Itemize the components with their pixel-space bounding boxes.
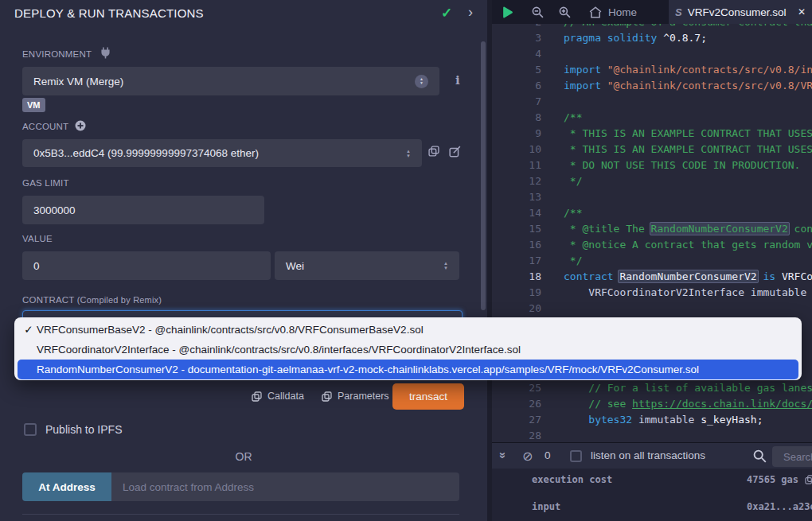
code-line: 19 VRFCoordinatorV2Interface immutable C… bbox=[492, 285, 812, 301]
zoom-out-icon[interactable] bbox=[532, 6, 544, 18]
contract-option-label: VRFConsumerBaseV2 - @chainlink/contracts… bbox=[37, 324, 424, 336]
account-select[interactable]: 0x5B3...eddC4 (99.99999999997374068 ethe… bbox=[22, 139, 422, 167]
calldata-label: Calldata bbox=[267, 391, 304, 402]
copy-icon bbox=[252, 391, 262, 402]
copy-icon[interactable] bbox=[805, 475, 812, 484]
contract-dropdown: ✓VRFConsumerBaseV2 - @chainlink/contract… bbox=[14, 317, 802, 380]
line-number: 16 bbox=[492, 237, 541, 253]
add-account-icon[interactable] bbox=[75, 120, 86, 131]
deploy-run-panel: DEPLOY & RUN TRANSACTIONS ✓ › ENVIRONMEN… bbox=[0, 0, 487, 521]
panel-title: DEPLOY & RUN TRANSACTIONS bbox=[14, 6, 204, 20]
code-text: /** bbox=[564, 110, 582, 126]
account-label: ACCOUNT bbox=[22, 122, 68, 131]
code-text: import "@chainlink/contracts/src/v0.8/in… bbox=[564, 62, 812, 78]
at-address-button[interactable]: At Address bbox=[22, 472, 111, 501]
listen-transactions-checkbox[interactable] bbox=[570, 450, 582, 462]
code-text: * @notice A contract that gets random va… bbox=[564, 237, 812, 253]
code-text: import "@chainlink/contracts/src/v0.8/VR… bbox=[564, 78, 812, 94]
code-line: 18contract RandomNumberConsumerV2 is VRF… bbox=[492, 269, 812, 285]
transact-button[interactable]: transact bbox=[392, 383, 464, 410]
line-number: 18 bbox=[492, 269, 541, 285]
at-address-input[interactable] bbox=[111, 472, 459, 501]
code-line: 12 */ bbox=[492, 173, 812, 189]
code-text: * THIS IS AN EXAMPLE CONTRACT THAT USES … bbox=[564, 126, 812, 142]
terminal-row-label: execution cost bbox=[532, 474, 612, 485]
close-tab-icon[interactable]: ✕ bbox=[798, 6, 806, 17]
code-text: /** bbox=[564, 205, 582, 221]
line-number: 13 bbox=[492, 189, 541, 205]
edit-account-icon[interactable] bbox=[449, 146, 461, 157]
tab-home[interactable]: Home bbox=[589, 0, 637, 24]
code-line: 6import "@chainlink/contracts/src/v0.8/V… bbox=[492, 78, 812, 94]
home-icon bbox=[589, 6, 602, 18]
line-number: 26 bbox=[492, 396, 541, 412]
code-text: * DO NOT USE THIS CODE IN PRODUCTION. bbox=[564, 157, 800, 173]
line-number: 15 bbox=[492, 221, 541, 237]
copy-account-icon[interactable] bbox=[428, 146, 439, 157]
terminal-search-input[interactable] bbox=[772, 446, 812, 467]
chevron-updown-icon: ▲▼ bbox=[406, 149, 411, 158]
code-line: 7 bbox=[492, 94, 812, 110]
chevron-updown-icon: ▲▼ bbox=[443, 261, 448, 270]
panel-scrollbar[interactable] bbox=[481, 41, 486, 310]
code-line: 10 * THIS IS AN EXAMPLE CONTRACT THAT US… bbox=[492, 142, 812, 157]
code-line: 20 bbox=[492, 301, 812, 317]
listen-transactions-label: listen on all transactions bbox=[591, 449, 705, 461]
run-script-button[interactable] bbox=[502, 6, 513, 18]
line-number: 27 bbox=[492, 412, 541, 428]
value-label: VALUE bbox=[22, 234, 53, 243]
line-number: 9 bbox=[492, 126, 541, 142]
contract-option-label: RandomNumberConsumerV2 - documentation-g… bbox=[37, 364, 699, 375]
code-line: 26 // see https://docs.chain.link/docs/v… bbox=[492, 396, 812, 412]
terminal-row-label: input bbox=[532, 501, 560, 512]
publish-ipfs-checkbox[interactable] bbox=[24, 423, 37, 436]
line-number: 3 bbox=[492, 30, 541, 46]
tab-active-label: VRFv2Consumer.sol bbox=[688, 6, 787, 18]
solidity-icon: S bbox=[675, 6, 682, 18]
code-line: 28 bbox=[492, 428, 812, 442]
tab-home-label: Home bbox=[608, 6, 637, 18]
chevron-updown-icon: ▲▼ bbox=[415, 75, 428, 88]
code-line: 14/** bbox=[492, 205, 812, 221]
contract-label: CONTRACT (Compiled by Remix) bbox=[22, 295, 162, 305]
value-unit-select[interactable]: Wei ▲▼ bbox=[275, 251, 459, 280]
tab-vrfv2consumer[interactable]: S VRFv2Consumer.sol ✕ bbox=[669, 0, 812, 24]
expand-terminal-icon[interactable]: » bbox=[497, 452, 510, 458]
line-number: 28 bbox=[492, 428, 541, 442]
code-text: // For a list of available gas lanes on … bbox=[564, 380, 812, 396]
value-input[interactable] bbox=[22, 251, 271, 280]
collapse-panel-icon[interactable]: › bbox=[468, 4, 473, 21]
environment-select[interactable]: Remix VM (Merge) ▲▼ bbox=[22, 67, 439, 95]
line-number: 4 bbox=[492, 46, 541, 62]
clear-console-icon[interactable]: ⊘ bbox=[522, 449, 533, 464]
contract-option[interactable]: RandomNumberConsumerV2 - documentation-g… bbox=[18, 360, 798, 379]
contract-option[interactable]: VRFCoordinatorV2Interface - @chainlink/c… bbox=[14, 340, 802, 360]
line-number: 11 bbox=[492, 157, 541, 173]
pending-tx-count: 0 bbox=[545, 449, 551, 461]
gas-limit-label: GAS LIMIT bbox=[22, 178, 69, 188]
parameters-label: Parameters bbox=[338, 391, 389, 402]
contract-option[interactable]: ✓VRFConsumerBaseV2 - @chainlink/contract… bbox=[14, 320, 802, 340]
info-icon[interactable]: i bbox=[455, 73, 460, 87]
code-line: 9 * THIS IS AN EXAMPLE CONTRACT THAT USE… bbox=[492, 126, 812, 142]
line-number: 12 bbox=[492, 173, 541, 189]
code-line: 16 * @notice A contract that gets random… bbox=[492, 237, 812, 253]
code-text: * @title The RandomNumberConsumerV2 cont… bbox=[564, 221, 812, 237]
parameters-action[interactable]: Parameters bbox=[322, 391, 389, 402]
code-text: bytes32 immutable s_keyHash; bbox=[564, 412, 763, 428]
copy-icon bbox=[322, 391, 332, 402]
code-line: 15 * @title The RandomNumberConsumerV2 c… bbox=[492, 221, 812, 237]
code-text: */ bbox=[564, 253, 582, 269]
terminal-content: execution cost47565 gasinput0xa21...a23e… bbox=[492, 469, 812, 521]
code-line: 13 bbox=[492, 189, 812, 205]
calldata-action[interactable]: Calldata bbox=[252, 391, 304, 402]
value-unit-selected: Wei bbox=[286, 260, 304, 272]
contract-label-suffix: (Compiled by Remix) bbox=[77, 295, 162, 305]
divider bbox=[22, 514, 459, 515]
zoom-in-icon[interactable] bbox=[559, 6, 571, 18]
code-text: * THIS IS AN EXAMPLE CONTRACT THAT USES … bbox=[564, 142, 812, 157]
code-line: 27 bytes32 immutable s_keyHash; bbox=[492, 412, 812, 428]
gas-limit-input[interactable] bbox=[22, 196, 264, 224]
publish-ipfs-label: Publish to IPFS bbox=[45, 423, 123, 436]
or-divider-label: OR bbox=[0, 450, 487, 463]
